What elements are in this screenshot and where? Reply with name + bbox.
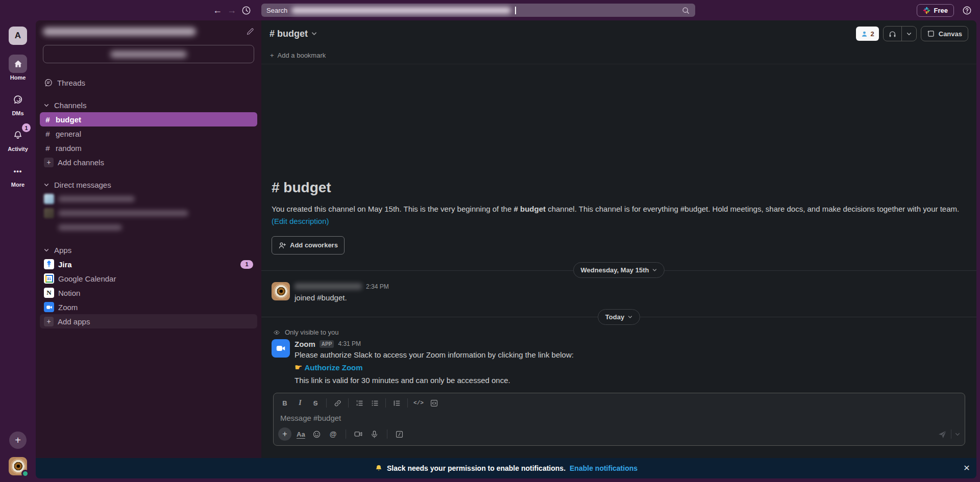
search-icon — [681, 6, 690, 15]
link-button[interactable] — [330, 396, 345, 410]
workspace-switcher-button[interactable]: A — [9, 27, 27, 45]
video-clip-button[interactable] — [352, 427, 365, 441]
search-input[interactable]: Search — [261, 4, 695, 17]
dm-item[interactable] — [40, 220, 257, 235]
dm-avatar — [44, 194, 54, 204]
rail-more-label: More — [11, 182, 24, 188]
strikethrough-button[interactable]: S — [308, 396, 323, 410]
apps-section-header[interactable]: Apps — [40, 243, 257, 257]
canvas-label: Canvas — [939, 30, 962, 38]
help-button[interactable] — [962, 6, 972, 15]
notification-text: Slack needs your permission to enable no… — [387, 464, 566, 472]
enable-notifications-link[interactable]: Enable notifications — [570, 464, 638, 472]
sidebar-channel-general[interactable]: # general — [40, 126, 257, 141]
threads-label: Threads — [57, 79, 85, 87]
sidebar-app-google-calendar[interactable]: 31 Google Calendar — [40, 271, 257, 286]
user-avatar[interactable] — [9, 457, 27, 475]
ordered-list-button[interactable] — [352, 396, 366, 410]
ephemeral-label: Only visible to you — [285, 328, 339, 336]
edit-description-link[interactable]: (Edit description) — [272, 217, 329, 225]
hash-icon: # — [44, 115, 52, 124]
add-channels-button[interactable]: + Add channels — [40, 155, 257, 169]
new-message-icon[interactable] — [246, 28, 254, 36]
add-bookmark-button[interactable]: + Add a bookmark — [261, 47, 976, 64]
add-apps-button[interactable]: + Add apps — [40, 314, 257, 328]
italic-button[interactable]: I — [293, 396, 307, 410]
send-options-button[interactable] — [955, 433, 960, 436]
sidebar: Threads Channels # budget # general — [36, 20, 261, 458]
workspace-header[interactable] — [36, 20, 261, 43]
sidebar-channel-budget[interactable]: # budget — [40, 112, 257, 126]
channel-title-button[interactable]: # budget — [270, 29, 317, 39]
rail-item-activity[interactable]: 1 Activity — [8, 126, 28, 152]
huddle-button[interactable] — [884, 27, 901, 41]
sender-name[interactable]: Zoom — [295, 340, 315, 348]
code-block-button[interactable] — [427, 396, 441, 410]
redacted-workspace-name — [43, 28, 196, 36]
sidebar-channel-random[interactable]: # random — [40, 141, 257, 155]
top-bar: ← → Search Free — [0, 0, 980, 20]
message-text: This link is valid for 30 minutes and ca… — [295, 375, 574, 386]
bold-button[interactable]: B — [278, 396, 292, 410]
zoom-icon — [44, 302, 54, 312]
app-name: Jira — [58, 260, 72, 269]
text-format-toggle[interactable]: Aa — [295, 430, 307, 438]
channel-header-actions: 2 Canvas — [856, 26, 968, 41]
channels-section-header[interactable]: Channels — [40, 98, 257, 112]
mention-button[interactable]: @ — [327, 427, 340, 441]
huddle-options-button[interactable] — [902, 27, 916, 41]
history-back-button[interactable]: ← — [210, 4, 225, 17]
headphones-icon — [888, 30, 897, 38]
rail-item-more[interactable]: ••• More — [9, 162, 27, 188]
members-button[interactable]: 2 — [856, 27, 879, 41]
audio-clip-button[interactable] — [368, 427, 381, 441]
history-forward-button[interactable]: → — [225, 4, 239, 17]
hash-icon: # — [44, 130, 52, 138]
authorize-zoom-link[interactable]: Authorize Zoom — [304, 363, 362, 372]
message-avatar[interactable] — [272, 282, 290, 300]
attach-button[interactable]: + — [278, 427, 291, 441]
canvas-button[interactable]: Canvas — [921, 26, 968, 41]
add-channels-label: Add channels — [58, 158, 104, 167]
close-banner-button[interactable]: × — [964, 462, 970, 473]
add-apps-label: Add apps — [58, 317, 90, 326]
more-ellipsis-icon: ••• — [14, 167, 22, 175]
rail-item-dms[interactable]: DMs — [9, 90, 27, 116]
plus-icon: + — [270, 52, 274, 59]
dm-section-header[interactable]: Direct messages — [40, 177, 257, 192]
sidebar-app-zoom[interactable]: Zoom — [40, 300, 257, 314]
dm-item[interactable] — [40, 206, 257, 220]
emoji-button[interactable] — [310, 427, 324, 441]
dm-header-label: Direct messages — [54, 181, 111, 189]
blockquote-button[interactable] — [389, 396, 404, 410]
sidebar-app-notion[interactable]: N Notion — [40, 286, 257, 300]
bulleted-list-button[interactable] — [368, 396, 382, 410]
free-plan-badge[interactable]: Free — [917, 4, 954, 17]
channel-name: random — [56, 144, 82, 153]
sidebar-item-threads[interactable]: Threads — [40, 75, 257, 90]
redacted-dm-name — [58, 210, 188, 216]
history-clock-button[interactable] — [239, 4, 253, 17]
sidebar-app-jira[interactable]: Jira 1 — [40, 257, 257, 271]
code-button[interactable]: </> — [411, 396, 426, 410]
blockquote-icon — [393, 399, 401, 408]
message-timestamp[interactable]: 4:31 PM — [338, 340, 361, 347]
channel-title: # budget — [270, 29, 308, 39]
message-input[interactable]: Message #budget — [274, 411, 965, 424]
upgrade-button[interactable] — [43, 45, 254, 63]
today-divider-pill[interactable]: Today — [598, 309, 640, 325]
send-button[interactable] — [938, 429, 947, 439]
date-divider-pill[interactable]: Wednesday, May 15th — [573, 262, 665, 278]
zoom-app-avatar[interactable] — [272, 339, 290, 358]
chevron-down-icon — [652, 268, 657, 272]
dm-item[interactable] — [40, 192, 257, 206]
message-timestamp[interactable]: 2:34 PM — [366, 283, 389, 290]
slash-commands-button[interactable] — [393, 427, 406, 441]
dms-icon — [13, 94, 23, 105]
add-coworkers-button[interactable]: Add coworkers — [272, 236, 345, 255]
create-new-button[interactable]: + — [9, 432, 27, 449]
message-joined: 2:34 PM joined #budget. — [261, 279, 976, 306]
rail-item-home[interactable]: Home — [9, 55, 27, 81]
bell-icon — [375, 464, 383, 472]
chevron-down-icon — [906, 32, 912, 36]
